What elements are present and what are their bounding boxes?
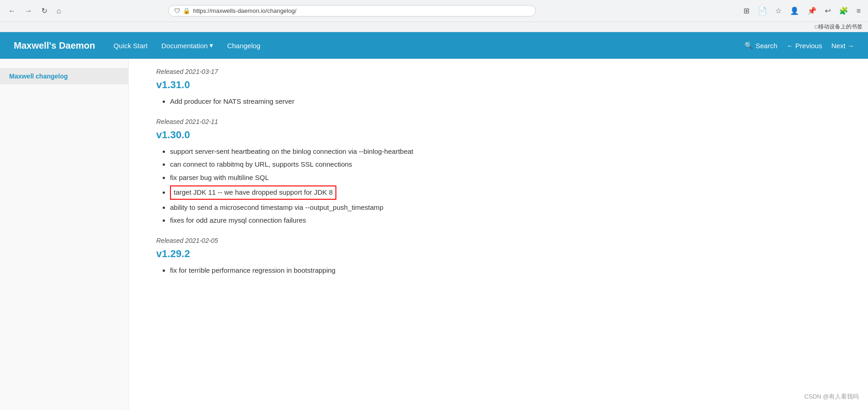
sidebar: Maxwell changelog <box>0 59 129 410</box>
browser-chrome: ← → ↻ ⌂ 🛡 🔒 https://maxwells-daemon.io/c… <box>0 0 868 22</box>
sidebar-item-maxwell-changelog[interactable]: Maxwell changelog <box>0 68 128 84</box>
left-arrow-icon: ← <box>787 42 794 50</box>
reader-icon[interactable]: 📄 <box>756 5 769 17</box>
search-button[interactable]: 🔍 Search <box>744 41 777 50</box>
forward-button[interactable]: → <box>22 5 35 17</box>
csdn-watermark: CSDN @有人看我吗 <box>804 393 859 401</box>
pin-icon[interactable]: 📌 <box>806 5 818 17</box>
main-content: Released 2021-03-17 v1.31.0 Add producer… <box>129 59 868 410</box>
previous-button[interactable]: ← Previous <box>787 42 822 50</box>
reload-button[interactable]: ↻ <box>39 5 50 17</box>
list-item: Add producer for NATS streaming server <box>170 96 840 107</box>
version-link-v1-29-2[interactable]: v1.29.2 <box>156 248 190 259</box>
changelog-list-v1-30-0: support server-sent heartbeating on the … <box>156 146 840 226</box>
url-text: https://maxwells-daemon.io/changelog/ <box>193 7 296 14</box>
nav-quick-start[interactable]: Quick Start <box>113 42 148 50</box>
version-link-v1-31-0[interactable]: v1.31.0 <box>156 79 190 90</box>
list-item: ability to send a microsecond timestamp … <box>170 202 840 213</box>
version-heading-v1-31-0: v1.31.0 <box>156 79 840 91</box>
changelog-list-v1-29-2: fix for terrible performance regression … <box>156 265 840 276</box>
changelog-section-v1-30-0: Released 2021-02-11 v1.30.0 support serv… <box>156 118 840 226</box>
chevron-down-icon: ▾ <box>210 41 213 50</box>
release-date-v1-29-2: Released 2021-02-05 <box>156 237 840 244</box>
list-item: fix parser bug with multiline SQL <box>170 173 840 183</box>
nav-changelog[interactable]: Changelog <box>227 42 261 50</box>
changelog-section-v1-31-0: Released 2021-03-17 v1.31.0 Add producer… <box>156 68 840 107</box>
address-bar[interactable]: 🛡 🔒 https://maxwells-daemon.io/changelog… <box>168 5 536 17</box>
home-button[interactable]: ⌂ <box>54 5 64 17</box>
extensions-icon[interactable]: 🧩 <box>837 5 850 17</box>
qr-icon[interactable]: ⊞ <box>742 5 751 17</box>
version-heading-v1-29-2: v1.29.2 <box>156 248 840 260</box>
next-button[interactable]: Next → <box>831 42 854 50</box>
undo-icon[interactable]: ↩ <box>823 5 833 17</box>
back-button[interactable]: ← <box>6 5 18 17</box>
release-date-v1-31-0: Released 2021-03-17 <box>156 68 840 75</box>
star-icon[interactable]: ☆ <box>773 5 783 17</box>
version-link-v1-30-0[interactable]: v1.30.0 <box>156 129 190 140</box>
bookmark-bar: □移动设备上的书签 <box>0 22 868 32</box>
changelog-section-v1-29-2: Released 2021-02-05 v1.29.2 fix for terr… <box>156 237 840 276</box>
nav-right: 🔍 Search ← Previous Next → <box>744 41 854 50</box>
search-icon: 🔍 <box>744 41 753 50</box>
highlighted-text: target JDK 11 -- we have dropped support… <box>170 185 336 200</box>
list-item: fixes for odd azure mysql connection fai… <box>170 215 840 226</box>
release-date-v1-30-0: Released 2021-02-11 <box>156 118 840 125</box>
list-item: fix for terrible performance regression … <box>170 265 840 276</box>
nav-links: Quick Start Documentation ▾ Changelog <box>113 41 744 50</box>
security-icon: 🛡 <box>174 7 180 14</box>
nav-documentation[interactable]: Documentation ▾ <box>161 41 213 50</box>
page-layout: Maxwell changelog Released 2021-03-17 v1… <box>0 59 868 410</box>
list-item: can connect to rabbitmq by URL, supports… <box>170 159 840 170</box>
profile-icon[interactable]: 👤 <box>788 5 801 17</box>
list-item: support server-sent heartbeating on the … <box>170 146 840 157</box>
browser-right-icons: ⊞ 📄 ☆ 👤 📌 ↩ 🧩 ≡ <box>742 5 862 17</box>
lock-icon: 🔒 <box>183 7 190 14</box>
site-brand[interactable]: Maxwell's Daemon <box>14 40 95 51</box>
right-arrow-icon: → <box>847 42 854 50</box>
menu-icon[interactable]: ≡ <box>855 5 862 17</box>
version-heading-v1-30-0: v1.30.0 <box>156 129 840 141</box>
list-item-highlighted: target JDK 11 -- we have dropped support… <box>170 185 840 200</box>
site-nav: Maxwell's Daemon Quick Start Documentati… <box>0 32 868 59</box>
changelog-list-v1-31-0: Add producer for NATS streaming server <box>156 96 840 107</box>
